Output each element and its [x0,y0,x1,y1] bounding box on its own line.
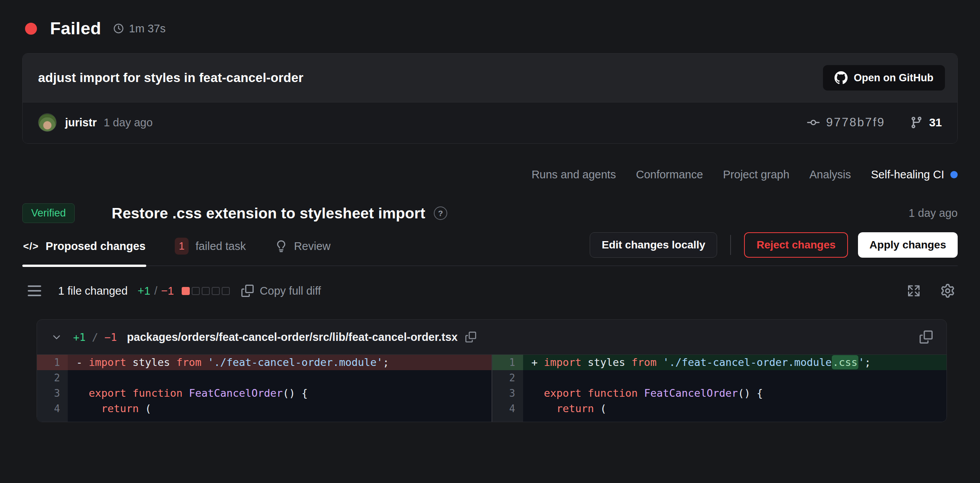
open-on-github-button[interactable]: Open on GitHub [823,65,945,91]
lightbulb-icon [275,240,287,252]
tab-proposed-changes-label: Proposed changes [46,240,145,253]
diff-toolbar-right [907,284,955,298]
code-line: - import styles from './feat-cancel-orde… [68,355,492,370]
clock-icon [113,23,124,34]
diff-panel-left: 1234 - import styles from './feat-cancel… [37,355,492,422]
nav-item-label: Self-healing CI [871,168,944,181]
diff-card: +1 / −1 packages/orders/feat-cancel-orde… [37,319,947,422]
commit-card: adjust import for styles in feat-cancel-… [22,53,958,144]
fix-time-ago: 1 day ago [909,207,958,220]
copy-full-diff-button[interactable]: Copy full diff [241,285,321,297]
line-number: 3 [492,386,523,401]
author-name: juristr [65,116,97,129]
code-line [523,370,947,386]
file-stat-separator: / [86,331,105,343]
tab-review-label: Review [294,240,331,253]
file-diff-stats: +1 / −1 [73,331,117,343]
nav-item-analysis[interactable]: Analysis [809,168,851,181]
nav-item-runs-and-agents[interactable]: Runs and agents [532,168,616,181]
code-line: export function FeatCancelOrder() { [523,386,947,401]
fix-title: Restore .css extension to stylesheet imp… [112,205,425,222]
diff-deletions: −1 [161,285,174,297]
file-deletions: −1 [104,331,117,343]
nav-item-self-healing-ci[interactable]: Self-healing CI [871,168,958,181]
expand-fullscreen-icon[interactable] [907,284,921,298]
fix-header: Verified Restore .css extension to style… [22,203,958,223]
reject-changes-button[interactable]: Reject changes [744,232,848,258]
line-number: 2 [37,370,68,386]
copy-path-icon[interactable] [465,332,476,342]
diff-block-empty [192,287,200,295]
commit-card-bottom: juristr 1 day ago 9778b7f9 31 [23,102,957,143]
line-number: 1 [37,355,68,370]
nav-item-conformance[interactable]: Conformance [636,168,703,181]
git-branch-icon [910,116,923,129]
diff-body: 1234 - import styles from './feat-cancel… [37,355,947,422]
copy-file-diff-icon[interactable] [920,330,933,344]
tab-failed-task[interactable]: 1 failed task [174,232,247,266]
code-column: - import styles from './feat-cancel-orde… [68,355,492,422]
commit-sha: 9778b7f9 [826,116,885,129]
diff-panel-right: 1234 + import styles from './feat-cancel… [492,355,947,422]
run-status-label: Failed [50,18,101,39]
run-duration: 1m 37s [129,22,166,35]
fix-actions: Edit changes locally Reject changes Appl… [590,232,958,258]
notification-dot-icon [950,171,958,178]
files-changed-label: 1 file changed [58,285,128,297]
code-line [68,370,492,386]
file-additions: +1 [73,331,86,343]
line-number: 1 [492,355,523,370]
diff-stat-separator: / [154,285,157,297]
failed-status-dot-icon [25,23,37,35]
edit-changes-locally-button[interactable]: Edit changes locally [590,232,717,258]
code-icon: </> [23,240,39,252]
commit-card-top: adjust import for styles in feat-cancel-… [23,54,957,102]
line-number: 3 [37,386,68,401]
line-number: 4 [492,401,523,416]
commit-title: adjust import for styles in feat-cancel-… [38,70,303,85]
diff-toolbar: 1 file changed +1 / −1 Copy full diff [28,284,955,298]
file-path: packages/orders/feat-cancel-order/src/li… [127,331,458,344]
pipeline-nav: Runs and agents Conformance Project grap… [22,168,958,181]
run-status-bar: Failed 1m 37s [0,0,980,39]
code-line: return ( [523,401,947,416]
diff-additions: +1 [138,285,151,297]
line-number: 2 [492,370,523,386]
tab-proposed-changes[interactable]: </> Proposed changes [22,232,146,266]
tab-strip: </> Proposed changes 1 failed task Revie… [22,232,958,266]
verified-badge: Verified [22,203,75,223]
line-number-gutter: 1234 [492,355,523,422]
chevron-down-icon[interactable] [51,331,62,343]
commit-icon [807,116,820,129]
gear-icon[interactable] [941,284,955,298]
diff-block-filled [182,287,190,295]
code-column: + import styles from './feat-cancel-orde… [523,355,947,422]
tabs: </> Proposed changes 1 failed task Revie… [22,232,331,266]
commit-time-ago: 1 day ago [104,116,152,129]
commit-sha-link[interactable]: 9778b7f9 [807,116,885,129]
tab-failed-task-label: failed task [196,240,246,253]
author-avatar [38,113,57,132]
code-line: + import styles from './feat-cancel-orde… [523,355,947,370]
branch-count-link[interactable]: 31 [910,116,942,129]
diff-file-header: +1 / −1 packages/orders/feat-cancel-orde… [37,320,947,355]
diff-block-empty [222,287,230,295]
code-line: return ( [68,401,492,416]
open-on-github-label: Open on GitHub [854,72,933,84]
copy-full-diff-label: Copy full diff [260,285,321,297]
file-list-menu-icon[interactable] [28,285,41,296]
clipboard-icon [241,285,254,297]
nav-item-project-graph[interactable]: Project graph [723,168,789,181]
line-number: 4 [37,401,68,416]
help-icon[interactable]: ? [434,206,447,220]
branch-count: 31 [929,116,942,129]
diff-block-empty [212,287,220,295]
author-group: juristr 1 day ago [38,113,153,132]
github-icon [835,71,848,84]
commit-meta-group: 9778b7f9 31 [807,116,942,129]
diff-blocks [182,287,230,295]
code-line: export function FeatCancelOrder() { [68,386,492,401]
apply-changes-button[interactable]: Apply changes [858,232,958,258]
diff-block-empty [202,287,210,295]
tab-review[interactable]: Review [274,232,331,266]
